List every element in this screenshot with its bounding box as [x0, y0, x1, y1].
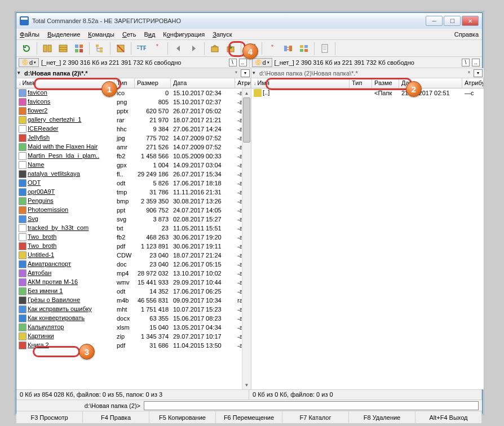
list-item[interactable]: Two_brothfb2468 26330.06.2017 19:20-a-« [16, 233, 251, 242]
file-icon [19, 314, 26, 322]
root-button-left[interactable]: \ [229, 59, 237, 66]
file-icon [19, 341, 26, 349]
col-ext[interactable]: Тип [114, 78, 135, 88]
list-item[interactable]: Jellyfishjpg775 70214.07.2009 07:52-a-« [16, 134, 251, 143]
drive-bar: 📀d▾ [_нет_] 2 390 316 Кб из 221 391 732 … [16, 57, 482, 68]
fkey-button[interactable]: F6 Перемещение [216, 411, 282, 423]
fav-left-icon[interactable]: * [232, 70, 241, 77]
root-button-right[interactable]: \ [462, 59, 470, 66]
svg-rect-8 [79, 49, 83, 52]
scrollbar[interactable]: ▲ ▼ [242, 88, 251, 389]
scroll-up-icon[interactable]: ▲ [242, 88, 251, 97]
list-item[interactable]: ICEReaderhhc9 38427.06.2017 14:24-a-« [16, 125, 251, 134]
menu-commands[interactable]: Команды [88, 31, 114, 38]
list-item[interactable]: Как исправить ошибкуmht1 751 41810.07.20… [16, 305, 251, 314]
left-path[interactable]: d:\Новая папка (2)\*.* [16, 70, 232, 77]
fkey-button[interactable]: F7 Каталог [282, 411, 349, 423]
menu-files[interactable]: Файлы [20, 31, 39, 38]
forward-button[interactable] [187, 42, 201, 55]
multi-rename-button[interactable]: * [266, 42, 279, 55]
menu-config[interactable]: Конфигурация [163, 31, 205, 38]
col-ext-r[interactable]: Тип [350, 78, 372, 88]
fkey-button[interactable]: F5 Копирование [149, 411, 216, 423]
reload-button[interactable] [20, 42, 33, 55]
brief-view-button[interactable] [41, 42, 54, 55]
list-item[interactable]: Книга 2pdf31 68611.04.2015 13:50-a-« [16, 341, 251, 350]
menu-help[interactable]: Справка [454, 31, 479, 38]
list-item[interactable]: Namegpx1 00414.09.2017 03:04-a-« [16, 161, 251, 170]
scroll-thumb[interactable] [243, 97, 250, 143]
menu-view[interactable]: Вид [144, 31, 155, 38]
list-item[interactable]: tracked_by_h33t_comtxt2311.05.2011 15:51… [16, 224, 251, 233]
right-path[interactable]: d:\Новая папка (2)\Новая папка\*.* [251, 70, 465, 77]
drive-select-right[interactable]: 📀d▾ [252, 58, 272, 67]
new-conn-button[interactable]: * [151, 42, 164, 55]
ftp-url-button[interactable]: URL [245, 42, 258, 55]
col-date-r[interactable]: Дата [399, 78, 462, 88]
fkey-button[interactable]: F8 Удаление [349, 411, 415, 423]
list-item[interactable]: Калькуляторxlsm15 04013.05.2017 04:34-a-… [16, 323, 251, 332]
cmd-input[interactable] [144, 401, 479, 410]
list-item[interactable]: gallery_chertezhi_1rar21 97018.07.2017 2… [16, 116, 251, 125]
scroll-down-icon[interactable]: ▼ [242, 380, 251, 389]
col-name-r[interactable]: Имя [251, 78, 350, 88]
invert-sel-button[interactable] [114, 42, 127, 55]
history-right-icon[interactable]: ▾ [474, 69, 483, 77]
list-item[interactable]: АКМ против М-16wmv15 441 93329.09.2017 1… [16, 278, 251, 287]
list-item[interactable]: flower2pptx620 57026.07.2017 05:02-a-« [16, 106, 251, 116]
list-item[interactable]: Без имени 1odt14 35217.06.2017 06:25-a-« [16, 287, 251, 296]
menu-net[interactable]: Сеть [122, 31, 136, 38]
fkey-button[interactable]: F3 Просмотр [16, 411, 83, 423]
left-file-list[interactable]: faviconico015.10.2017 02:34-a-«faviconsp… [16, 88, 251, 389]
file-icon [19, 296, 26, 304]
list-item[interactable]: ODTodt5 82617.06.2017 18:18-a-« [16, 179, 251, 188]
right-file-list[interactable]: [..] <Папк 21.10.2017 02:51 —c [251, 88, 484, 389]
list-item[interactable]: Грёзы о Вавилонеm4b46 556 83109.09.2017 … [16, 296, 251, 305]
thumbs-view-button[interactable] [72, 42, 86, 55]
list-item[interactable]: Photoemissionppt906 75224.07.2017 14:05-… [16, 206, 251, 215]
menu-mark[interactable]: Выделение [47, 31, 80, 38]
col-size-r[interactable]: Разме [372, 78, 399, 88]
list-item[interactable]: faviconico015.10.2017 02:34-a-« [16, 88, 251, 97]
unpack-button[interactable] [224, 42, 237, 55]
col-size[interactable]: Размер [135, 78, 171, 88]
close-button[interactable]: ✕ [462, 16, 479, 26]
list-item[interactable]: Penguinsbmp2 359 35030.08.2017 13:26-a-« [16, 197, 251, 206]
list-item[interactable]: Автобанmp428 972 03213.10.2017 10:02-a-« [16, 269, 251, 278]
maximize-button[interactable]: ☐ [444, 16, 461, 26]
up-button-right[interactable]: .. [472, 59, 480, 66]
drive-select-left[interactable]: 📀d▾ [19, 58, 39, 67]
fav-right-icon[interactable]: * [465, 70, 474, 77]
fkey-button[interactable]: F4 Правка [83, 411, 149, 423]
list-item[interactable]: Авиатранспортdoc23 04012.06.2017 05:15-a… [16, 260, 251, 269]
ftp-button[interactable]: FTP [135, 42, 148, 55]
col-name[interactable]: Имя [16, 78, 114, 88]
col-attr-r[interactable]: Атрибу [462, 78, 484, 88]
menu-run[interactable]: Запуск [213, 31, 232, 38]
pack-button[interactable] [208, 42, 222, 55]
list-item[interactable]: Картинкиzip1 345 37429.07.2017 10:17-a-« [16, 332, 251, 341]
history-left-icon[interactable]: ▾ [241, 69, 250, 77]
list-item[interactable]: Two_brothpdf1 123 89130.06.2017 19:11-a-… [16, 242, 251, 251]
list-item[interactable]: Maid with the Flaxen Hairamr271 52614.07… [16, 143, 251, 152]
file-icon [19, 152, 26, 160]
list-item[interactable]: Martin_Pesn_lda_i_plam..fb21 458 56610.0… [16, 152, 251, 161]
col-attr[interactable]: Атрибу [235, 78, 251, 88]
fkey-button[interactable]: Alt+F4 Выход [415, 411, 482, 423]
search-button[interactable] [297, 42, 311, 55]
list-item[interactable]: Как конвертироватьdocx63 35515.06.2017 0… [16, 314, 251, 323]
notepad-button[interactable] [318, 42, 331, 55]
list-item[interactable]: opr00A9Ttmp31 78611.11.2016 21:31-a-« [16, 188, 251, 197]
list-item[interactable]: Svgsvg3 87302.08.2017 15:27-a-« [16, 215, 251, 224]
list-item[interactable]: natalya_vetlitskayafl..29 249 18626.07.2… [16, 170, 251, 179]
drive-info-left: [_нет_] 2 390 316 Кб из 221 391 732 Кб с… [41, 59, 227, 66]
col-date[interactable]: Дата [171, 78, 235, 88]
back-button[interactable] [171, 42, 185, 55]
sync-button[interactable] [281, 42, 295, 55]
list-item[interactable]: Untitled-1CDW23 04018.07.2017 21:24-a-« [16, 251, 251, 260]
minimize-button[interactable]: ─ [426, 16, 443, 26]
list-item[interactable]: faviconspng80515.10.2017 02:37-a-« [16, 97, 251, 106]
up-button-left[interactable]: .. [239, 59, 247, 66]
tree-button[interactable] [93, 42, 107, 55]
full-view-button[interactable] [56, 42, 70, 55]
